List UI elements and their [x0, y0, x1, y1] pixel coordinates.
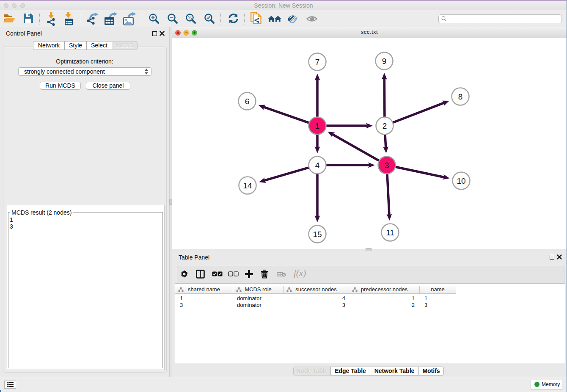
svg-text:8: 8 — [458, 92, 463, 101]
svg-text:3: 3 — [385, 161, 389, 170]
svg-text:6: 6 — [245, 97, 250, 106]
svg-text:7: 7 — [315, 58, 320, 66]
svg-text:4: 4 — [315, 161, 320, 170]
svg-text:14: 14 — [243, 181, 252, 190]
svg-text:1: 1 — [315, 121, 320, 130]
svg-text:15: 15 — [313, 230, 322, 239]
svg-text:9: 9 — [382, 57, 387, 66]
svg-text:11: 11 — [386, 228, 394, 237]
svg-text:10: 10 — [457, 177, 465, 185]
svg-text:2: 2 — [383, 121, 387, 130]
